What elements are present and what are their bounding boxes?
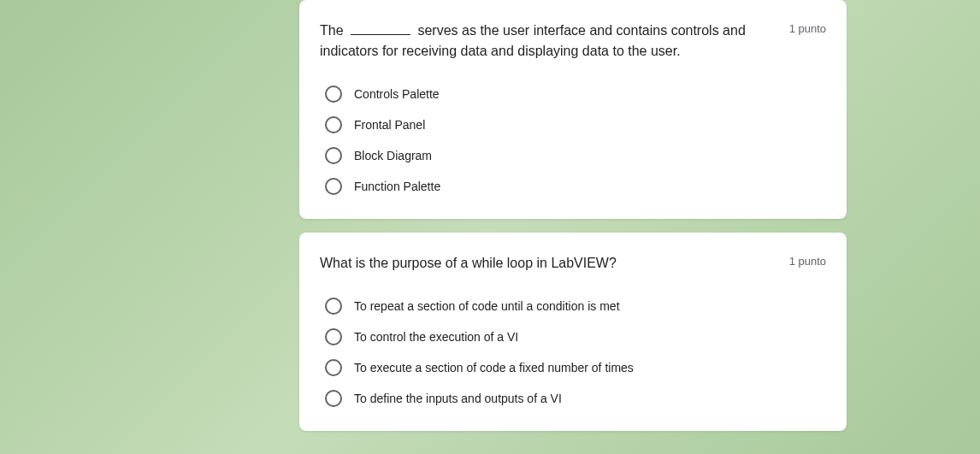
radio-icon <box>325 390 342 407</box>
option-label: To define the inputs and outputs of a VI <box>354 392 562 405</box>
question-card-2: What is the purpose of a while loop in L… <box>299 233 847 431</box>
option-label: Function Palette <box>354 180 440 193</box>
options-list: To repeat a section of code until a cond… <box>320 291 826 414</box>
prompt-text-after: serves as the user interface and contain… <box>320 23 746 58</box>
question-prompt: What is the purpose of a while loop in L… <box>320 253 789 274</box>
question-prompt: The serves as the user interface and con… <box>320 21 789 62</box>
question-header: What is the purpose of a while loop in L… <box>320 253 826 274</box>
option-label: To control the execution of a VI <box>354 330 518 344</box>
option-label: Frontal Panel <box>354 118 425 132</box>
option-control-execution[interactable]: To control the execution of a VI <box>325 321 826 352</box>
option-block-diagram[interactable]: Block Diagram <box>325 140 826 171</box>
radio-icon <box>325 85 342 103</box>
option-label: To repeat a section of code until a cond… <box>354 299 620 313</box>
prompt-text-before: What is the purpose of a while loop in L… <box>320 256 617 270</box>
question-card-1: The serves as the user interface and con… <box>299 0 847 219</box>
option-label: Controls Palette <box>354 87 440 101</box>
fill-blank <box>351 34 410 35</box>
options-list: Controls Palette Frontal Panel Block Dia… <box>320 79 826 202</box>
option-execute-fixed-times[interactable]: To execute a section of code a fixed num… <box>325 352 826 383</box>
radio-icon <box>325 147 342 164</box>
points-label: 1 punto <box>789 21 826 35</box>
radio-icon <box>325 298 342 315</box>
option-label: Block Diagram <box>354 149 432 162</box>
option-frontal-panel[interactable]: Frontal Panel <box>325 109 826 140</box>
radio-icon <box>325 178 342 195</box>
radio-icon <box>325 116 342 133</box>
radio-icon <box>325 328 342 345</box>
radio-icon <box>325 359 342 376</box>
option-function-palette[interactable]: Function Palette <box>325 171 826 202</box>
prompt-text-before: The <box>320 23 347 38</box>
option-define-io[interactable]: To define the inputs and outputs of a VI <box>325 383 826 414</box>
option-controls-palette[interactable]: Controls Palette <box>325 79 826 109</box>
form-container: The serves as the user interface and con… <box>299 0 847 431</box>
option-repeat-until-condition[interactable]: To repeat a section of code until a cond… <box>325 291 826 321</box>
option-label: To execute a section of code a fixed num… <box>354 361 634 374</box>
question-header: The serves as the user interface and con… <box>320 21 826 62</box>
points-label: 1 punto <box>789 253 826 268</box>
